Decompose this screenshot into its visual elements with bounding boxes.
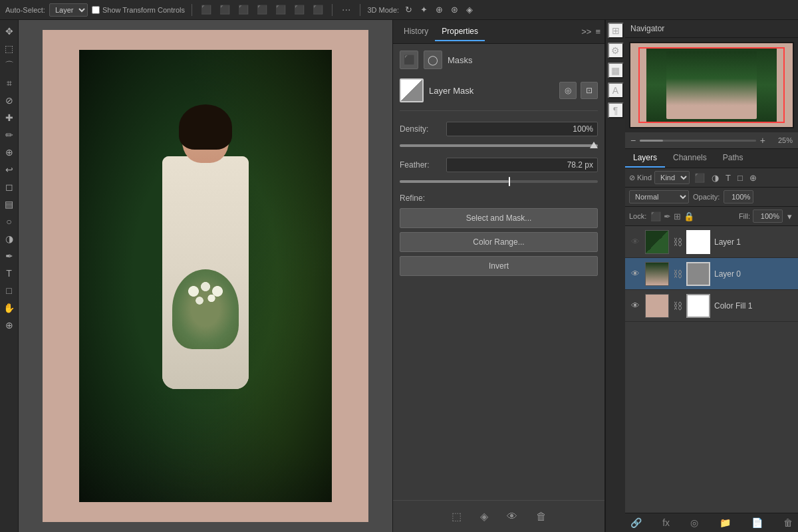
show-transform-checkbox[interactable] (92, 6, 100, 14)
select-and-mask-btn[interactable]: Select and Mask... (400, 208, 598, 228)
filter-pixel-btn[interactable]: ⬛ (692, 172, 707, 184)
filter-smart-btn[interactable]: ⊕ (747, 172, 759, 184)
histogram-icon-btn[interactable]: ▦ (608, 63, 624, 78)
pixel-mask-btn[interactable]: ⬛ (400, 51, 418, 69)
lasso-tool[interactable]: ⌒ (2, 59, 17, 73)
panel-menu-btn[interactable]: ≡ (595, 27, 600, 37)
heal-tool[interactable]: ✚ (2, 110, 17, 125)
new-layer-btn[interactable]: 📄 (751, 517, 763, 528)
filter-kind-select[interactable]: Kind (654, 171, 690, 184)
layer-1-visibility-btn[interactable]: 👁 (629, 236, 641, 248)
adjustments-icon-btn[interactable]: ⚙ (608, 43, 624, 59)
dodge-tool[interactable]: ◑ (2, 231, 17, 246)
canvas-area[interactable] (19, 20, 392, 532)
panel-expand-btn[interactable]: >> (581, 27, 591, 37)
lock-pixels-btn[interactable]: ⬛ (650, 211, 661, 221)
pen-tool[interactable]: ✒ (2, 249, 17, 263)
align-btn-6[interactable]: ⬛ (292, 3, 307, 16)
crop-tool[interactable]: ⌗ (2, 76, 17, 90)
blend-mode-select[interactable]: Normal Multiply Screen (629, 190, 689, 203)
blur-tool[interactable]: ○ (2, 214, 17, 229)
layers-filter-row: ⊘ Kind Kind ⬛ ◑ T □ ⊕ (625, 168, 798, 188)
layer-item-0[interactable]: 👁 ⛓ Layer 0 (625, 258, 798, 290)
opacity-input[interactable] (724, 190, 753, 203)
hand-tool[interactable]: ✋ (2, 301, 17, 315)
align-btn-4[interactable]: ⬛ (255, 3, 269, 16)
auto-select-dropdown[interactable]: Layer (49, 3, 88, 17)
fill-layer-visibility-btn[interactable]: 👁 (629, 300, 641, 312)
delete-layer-btn[interactable]: 🗑 (783, 517, 793, 528)
density-slider-thumb (590, 142, 598, 148)
tab-properties[interactable]: Properties (435, 23, 485, 41)
link-layers-btn[interactable]: 🔗 (630, 517, 642, 528)
lock-position-btn[interactable]: ✒ (664, 211, 671, 221)
gradient-tool[interactable]: ▤ (2, 197, 17, 211)
3d-roll-btn[interactable]: ⊛ (449, 3, 460, 16)
zoom-out-btn[interactable]: − (630, 135, 636, 146)
layer-item-1[interactable]: 👁 ⛓ Layer 1 (625, 226, 798, 258)
new-group-btn[interactable]: 📁 (720, 517, 731, 528)
canvas-content (19, 20, 392, 532)
feather-slider[interactable] (400, 180, 598, 183)
clone-tool[interactable]: ⊕ (2, 145, 17, 160)
add-mask-btn[interactable]: ◎ (690, 517, 698, 528)
layer-0-chain-icon[interactable]: ⛓ (673, 269, 682, 279)
tab-history[interactable]: History (397, 23, 435, 41)
align-btn-2[interactable]: ⬛ (217, 3, 232, 16)
align-btn-3[interactable]: ⬛ (236, 3, 251, 16)
char-icon-btn[interactable]: A (608, 82, 624, 98)
fill-dropdown-btn[interactable]: ▾ (785, 210, 794, 223)
layer-1-chain-icon[interactable]: ⛓ (673, 237, 682, 247)
add-style-btn[interactable]: fx (662, 517, 670, 528)
layer-0-visibility-btn[interactable]: 👁 (629, 268, 641, 280)
feather-value[interactable]: 78.2 px (446, 158, 598, 172)
tab-layers[interactable]: Layers (625, 149, 665, 168)
footer-selection-btn[interactable]: ⬚ (448, 507, 466, 525)
history-brush-tool[interactable]: ↩ (2, 162, 17, 177)
layer-item-fill[interactable]: 👁 ⛓ Color Fill 1 (625, 290, 798, 322)
fill-layer-chain-icon[interactable]: ⛓ (673, 301, 682, 311)
type-tool[interactable]: T (2, 266, 17, 281)
brush-tool[interactable]: ✏ (2, 128, 17, 142)
zoom-slider[interactable] (640, 140, 756, 142)
3d-cam-btn[interactable]: ◈ (464, 3, 475, 16)
navigator-preview (625, 38, 798, 132)
selection-tool[interactable]: ⬚ (2, 41, 17, 56)
filter-type-btn[interactable]: T (724, 172, 733, 184)
density-slider[interactable] (400, 144, 598, 147)
more-options-btn[interactable]: ··· (339, 4, 353, 16)
zoom-tool[interactable]: ⊕ (2, 318, 17, 332)
3d-slide-btn[interactable]: ⊕ (434, 3, 445, 16)
invert-btn[interactable]: Invert (400, 256, 598, 276)
density-value[interactable]: 100% (446, 122, 598, 136)
tab-paths[interactable]: Paths (715, 149, 751, 168)
3d-orbit-btn[interactable]: ↻ (403, 3, 414, 16)
mask-options-btn[interactable]: ⊡ (581, 82, 598, 99)
eyedropper-tool[interactable]: ⊘ (2, 93, 17, 108)
align-btn-7[interactable]: ⬛ (311, 3, 325, 16)
eraser-tool[interactable]: ◻ (2, 180, 17, 194)
filter-shape-btn[interactable]: □ (735, 172, 745, 184)
fill-input[interactable] (753, 209, 783, 223)
color-range-btn[interactable]: Color Range... (400, 232, 598, 252)
footer-visibility-btn[interactable]: 👁 (503, 507, 521, 525)
lock-all-btn[interactable]: 🔒 (684, 211, 694, 221)
filter-label: ⊘ Kind (629, 174, 652, 182)
filter-adjust-btn[interactable]: ◑ (710, 172, 721, 184)
3d-pan-btn[interactable]: ✦ (418, 3, 430, 16)
fill-label: Fill: (739, 212, 750, 220)
mask-apply-btn[interactable]: ◎ (559, 82, 577, 99)
lock-artboard-btn[interactable]: ⊞ (674, 211, 681, 221)
para-icon-btn[interactable]: ¶ (608, 102, 624, 118)
zoom-in-btn[interactable]: + (760, 135, 765, 146)
navigator-icon-btn[interactable]: ⊞ (608, 23, 624, 39)
align-btn-1[interactable]: ⬛ (199, 3, 213, 16)
move-tool[interactable]: ✥ (2, 24, 17, 39)
align-btn-5[interactable]: ⬛ (273, 3, 288, 16)
layer-mask-thumbnail (400, 78, 424, 102)
shape-tool[interactable]: □ (2, 283, 17, 298)
footer-paint-btn[interactable]: ◈ (476, 507, 492, 525)
tab-channels[interactable]: Channels (665, 149, 715, 168)
footer-delete-btn[interactable]: 🗑 (532, 507, 551, 525)
vector-mask-btn[interactable]: ◯ (424, 51, 442, 69)
